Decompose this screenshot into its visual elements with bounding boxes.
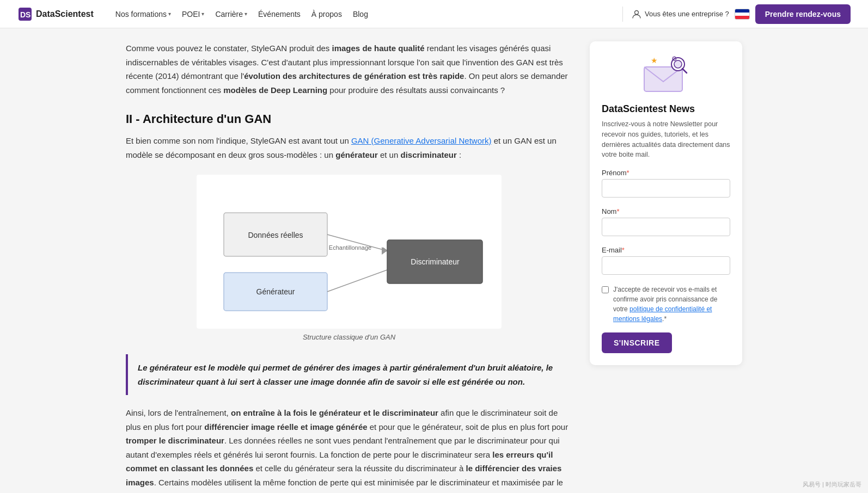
svg-line-16	[682, 69, 687, 73]
svg-text:Echantillonnage: Echantillonnage	[329, 244, 371, 251]
prenom-input[interactable]	[602, 179, 730, 198]
diagram-caption: Structure classique d'un GAN	[303, 333, 395, 341]
cta-button[interactable]: Prendre rendez-vous	[755, 4, 851, 24]
chevron-down-icon: ▾	[201, 11, 204, 17]
navbar: DS DataScientest Nos formations ▾ POEI ▾…	[0, 0, 868, 28]
gan-diagram: Données réelles Générateur Echantillonna…	[126, 175, 572, 341]
svg-text:Générateur: Générateur	[256, 287, 295, 296]
nav-evenements[interactable]: Événements	[254, 7, 305, 22]
nav-nos-formations[interactable]: Nos formations ▾	[111, 7, 175, 22]
nom-input[interactable]	[602, 218, 730, 236]
newsletter-title: DataScientest News	[602, 103, 730, 115]
consent-checkbox[interactable]	[602, 286, 609, 293]
enterprise-icon	[632, 9, 641, 19]
chevron-down-icon: ▾	[168, 11, 171, 17]
sidebar: ★ ⚙ DataScientest News Inscrivez-vous à …	[590, 41, 742, 493]
blockquote: Le générateur est le modèle qui permet d…	[126, 354, 572, 395]
newsletter-icon: ★ ⚙	[639, 53, 693, 97]
nav-links: Nos formations ▾ POEI ▾ Carrière ▾ Événe…	[111, 7, 614, 22]
svg-text:Discriminateur: Discriminateur	[411, 257, 460, 266]
svg-point-2	[635, 10, 639, 14]
prenom-label: Prénom*	[602, 169, 730, 177]
newsletter-illustration: ★ ⚙	[602, 53, 730, 97]
nom-label: Nom*	[602, 207, 730, 215]
intro-paragraph: Comme vous pouvez le constater, StyleGAN…	[126, 41, 572, 97]
gan-link[interactable]: GAN (Generative Adversarial Network)	[351, 136, 492, 145]
nom-group: Nom*	[602, 207, 730, 244]
svg-text:★: ★	[651, 56, 658, 65]
newsletter-desc: Inscrivez-vous à notre Newsletter pour r…	[602, 119, 730, 160]
subscribe-button[interactable]: S'INSCRIRE	[602, 332, 672, 353]
watermark: 风易号 | 时尚玩家岳哥	[803, 480, 861, 489]
chevron-down-icon: ▾	[244, 11, 247, 17]
svg-text:Données réelles: Données réelles	[248, 231, 303, 239]
nav-blog[interactable]: Blog	[349, 7, 372, 22]
svg-text:⚙: ⚙	[671, 55, 677, 63]
section-heading: II - Architecture d'un GAN	[126, 112, 572, 126]
nav-right: Vous êtes une entreprise ? Prendre rende…	[632, 4, 851, 24]
enterprise-link[interactable]: Vous êtes une entreprise ?	[632, 9, 729, 19]
nav-a-propos[interactable]: À propos	[307, 7, 346, 22]
logo-text: DataScientest	[36, 9, 94, 19]
prenom-group: Prénom*	[602, 169, 730, 205]
nav-carriere[interactable]: Carrière ▾	[211, 7, 252, 22]
newsletter-card: ★ ⚙ DataScientest News Inscrivez-vous à …	[590, 41, 742, 365]
diagram-svg: Données réelles Générateur Echantillonna…	[207, 186, 491, 316]
main-content: Comme vous pouvez le constater, StyleGAN…	[126, 41, 572, 493]
nav-divider	[622, 7, 623, 22]
consent-checkbox-wrap: J'accepte de recevoir vos e-mails et con…	[602, 285, 730, 324]
email-label: E-mail*	[602, 246, 730, 254]
email-group: E-mail*	[602, 246, 730, 282]
consent-label: J'accepte de recevoir vos e-mails et con…	[613, 285, 730, 324]
nav-poei[interactable]: POEI ▾	[178, 7, 209, 22]
svg-marker-10	[382, 247, 387, 255]
email-input[interactable]	[602, 256, 730, 275]
training-paragraph: Ainsi, lors de l'entraînement, on entraî…	[126, 406, 572, 493]
gan-intro-paragraph: Et bien comme son nom l'indique, StyleGA…	[126, 134, 572, 162]
logo[interactable]: DS DataScientest	[17, 7, 94, 22]
svg-line-8	[327, 270, 387, 292]
svg-text:DS: DS	[20, 10, 30, 19]
language-flag[interactable]	[735, 9, 750, 20]
